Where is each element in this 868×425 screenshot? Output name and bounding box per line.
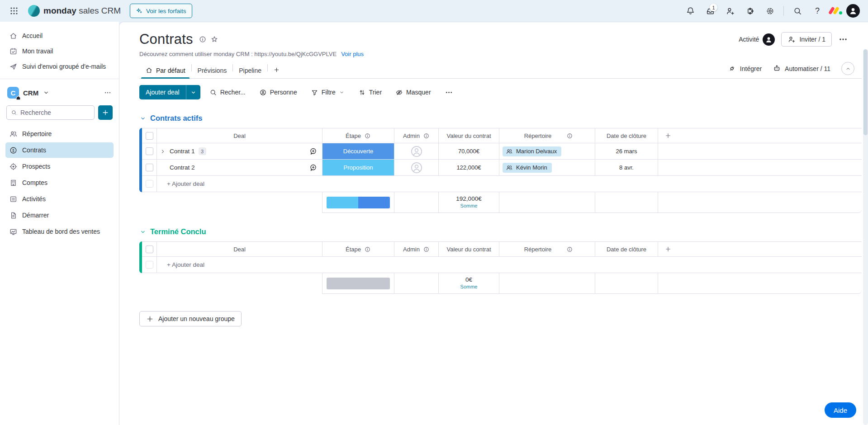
workspace-selector[interactable]: C CRM (5, 84, 114, 102)
search-button[interactable] (789, 3, 806, 19)
sidebar-search-input[interactable] (20, 109, 90, 116)
row-checkbox[interactable] (146, 164, 153, 171)
column-header-close-date[interactable]: Date de clôture (595, 128, 658, 143)
search-tool-button[interactable]: Recher... (205, 86, 250, 99)
help-floating-button[interactable]: Aide (825, 402, 856, 418)
tab-previsions[interactable]: Prévisions (192, 63, 233, 78)
column-header-stage[interactable]: Étape (322, 128, 394, 143)
user-avatar[interactable] (846, 4, 860, 18)
tab-par-defaut[interactable]: Par défaut (139, 62, 191, 78)
group-title[interactable]: Terminé Conclu (150, 227, 206, 236)
tab-pipeline[interactable]: Pipeline (233, 63, 267, 78)
row-checkbox[interactable] (146, 147, 153, 155)
sidebar-item-tableau-de-bord[interactable]: Tableau de bord des ventes (5, 224, 114, 239)
sidebar-item-prospects[interactable]: Prospects (5, 159, 114, 174)
see-more-link[interactable]: Voir plus (341, 51, 364, 57)
star-icon[interactable] (210, 35, 218, 43)
vertical-scrollbar[interactable] (863, 49, 868, 425)
sort-button[interactable]: Trier (354, 86, 386, 99)
add-deal-row[interactable]: + Ajouter deal (139, 257, 862, 273)
group-collapse-icon[interactable] (139, 228, 147, 236)
add-column-button[interactable] (658, 128, 862, 143)
add-conversation-icon[interactable] (309, 147, 318, 156)
add-conversation-icon[interactable] (309, 163, 318, 172)
sidebar: Accueil Mon travail Suivi d'envoi groupé… (0, 22, 119, 425)
add-deal-button[interactable]: Ajouter deal (139, 85, 200, 99)
person-circle-icon (259, 89, 267, 96)
see-plans-button[interactable]: Voir les forfaits (130, 4, 192, 18)
add-deal-dropdown[interactable] (186, 85, 200, 99)
stage-summary-cell[interactable] (322, 273, 394, 294)
notifications-button[interactable] (682, 3, 698, 19)
sidebar-item-comptes[interactable]: Comptes (5, 175, 114, 190)
sidebar-item-accueil[interactable]: Accueil (5, 28, 114, 43)
column-header-admin[interactable]: Admin (394, 128, 438, 143)
settings-button[interactable] (762, 3, 778, 19)
sidebar-item-repertoire[interactable]: Répertoire (5, 126, 114, 142)
admin-cell[interactable] (394, 143, 438, 160)
directory-cell[interactable]: Marion Delvaux (499, 143, 595, 160)
scrollbar-thumb[interactable] (863, 49, 868, 135)
invite-members-button[interactable] (722, 3, 738, 19)
invite-button[interactable]: Inviter / 1 (781, 32, 832, 47)
deal-name[interactable]: Contrat 2 (170, 164, 195, 171)
add-view-button[interactable] (268, 62, 285, 77)
apps-grid-icon[interactable] (6, 3, 22, 19)
column-header-stage[interactable]: Étape (322, 241, 394, 257)
stage-distribution-bar[interactable] (327, 278, 390, 289)
contact-chip[interactable]: Marion Delvaux (503, 146, 561, 156)
workspace-menu-icon[interactable] (104, 89, 112, 97)
sidebar-item-mon-travail[interactable]: Mon travail (5, 43, 114, 59)
add-deal-label[interactable]: + Ajouter deal (157, 176, 862, 192)
add-deal-label[interactable]: + Ajouter deal (157, 257, 862, 273)
close-date-cell[interactable]: 8 avr. (595, 160, 658, 176)
collapse-header-button[interactable] (841, 62, 854, 75)
add-column-button[interactable] (658, 241, 862, 257)
select-all-checkbox[interactable] (146, 246, 153, 253)
column-header-close-date[interactable]: Date de clôture (595, 241, 658, 257)
apps-marketplace-button[interactable] (742, 3, 758, 19)
value-cell[interactable]: 70,000€ (438, 143, 499, 160)
activity-button[interactable]: Activité (739, 33, 775, 46)
expand-subitems-icon[interactable] (160, 148, 166, 155)
column-header-deal[interactable]: Deal (157, 241, 322, 257)
admin-cell[interactable] (394, 160, 438, 176)
deal-name[interactable]: Contrat 1 (170, 148, 195, 155)
column-header-deal[interactable]: Deal (157, 128, 322, 143)
stage-distribution-bar[interactable] (327, 197, 390, 208)
column-header-value[interactable]: Valeur du contrat (438, 241, 499, 257)
board-menu-icon[interactable] (838, 34, 848, 44)
sidebar-item-contrats[interactable]: $ Contrats (5, 142, 114, 158)
automate-button[interactable]: Automatiser / 11 (773, 64, 830, 73)
column-header-directory[interactable]: Répertoire (499, 241, 595, 257)
integrate-button[interactable]: Intégrer (728, 64, 762, 73)
add-group-button[interactable]: Ajouter un nouveau groupe (139, 311, 242, 326)
sidebar-item-suivi-emails[interactable]: Suivi d'envoi groupé d'e-mails (5, 59, 114, 74)
empty-cell (394, 273, 438, 294)
value-cell[interactable]: 122,000€ (438, 160, 499, 176)
select-all-checkbox[interactable] (146, 132, 153, 140)
add-deal-row[interactable]: + Ajouter deal (139, 176, 862, 192)
toolbar-more-button[interactable] (440, 85, 458, 99)
person-filter-button[interactable]: Personne (255, 86, 302, 99)
group-title[interactable]: Contrats actifs (150, 114, 203, 123)
sidebar-item-activites[interactable]: Activités (5, 191, 114, 207)
hide-columns-button[interactable]: Masquer (391, 86, 435, 99)
directory-cell[interactable]: Kévin Morin (499, 160, 595, 176)
inbox-button[interactable]: 1 (702, 3, 718, 19)
stage-cell[interactable]: Proposition (322, 160, 394, 176)
stage-cell[interactable]: Découverte (322, 143, 394, 160)
column-header-directory[interactable]: Répertoire (499, 128, 595, 143)
column-header-value[interactable]: Valeur du contrat (438, 128, 499, 143)
add-board-button[interactable] (98, 105, 113, 120)
column-header-admin[interactable]: Admin (394, 241, 438, 257)
sidebar-search[interactable] (6, 105, 95, 120)
close-date-cell[interactable]: 26 mars (595, 143, 658, 160)
filter-button[interactable]: Filtre (306, 86, 349, 99)
sidebar-item-demarrer[interactable]: Démarrer (5, 208, 114, 223)
contact-chip[interactable]: Kévin Morin (503, 163, 552, 173)
help-button[interactable]: ? (809, 3, 825, 19)
info-icon[interactable] (199, 35, 207, 43)
stage-summary-cell[interactable] (322, 192, 394, 213)
group-collapse-icon[interactable] (139, 115, 147, 122)
